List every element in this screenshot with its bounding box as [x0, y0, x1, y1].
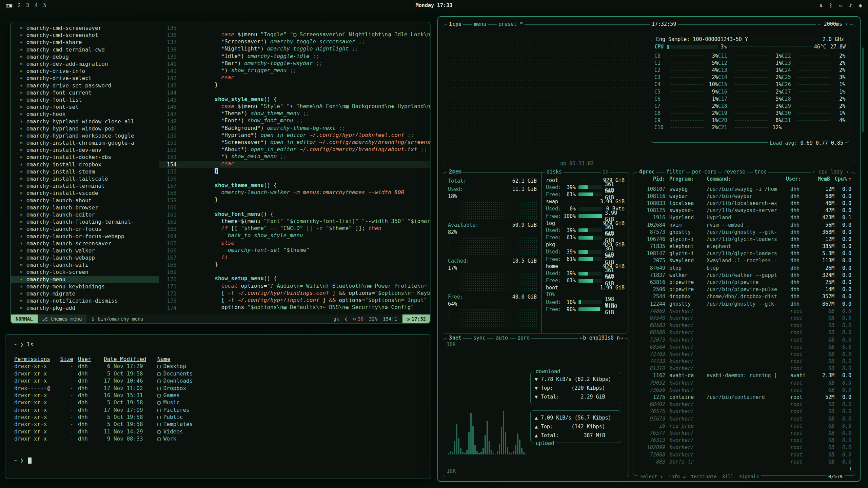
dir-entry[interactable]: ▢ Work — [157, 435, 176, 442]
file-item[interactable]: ∗ omarchy-launch-webapp — [11, 254, 159, 261]
process-row[interactable]: 68584 kworker/ root 0B 0.0 — [633, 343, 855, 350]
workspace-overview-icon[interactable]: ◫ — [6, 2, 9, 8]
file-item[interactable]: ∗ omarchy-drive-select — [11, 75, 159, 82]
per-core-button[interactable]: per-core — [690, 169, 718, 175]
process-row[interactable]: 68586 kworker/ root 0B 0.0 — [633, 329, 855, 336]
volume-icon[interactable]: ♪ — [849, 2, 852, 8]
tree-button[interactable]: tree — [753, 169, 768, 175]
file-item[interactable]: ∗ omarchy-install-vscode — [11, 189, 159, 197]
file-item[interactable]: ∗ omarchy-launch-editor — [11, 211, 159, 218]
network-icon[interactable]: ⇅ — [820, 2, 823, 8]
file-item[interactable]: ∗ omarchy-menu-keybindings — [11, 283, 159, 290]
workspace-button[interactable]: 3 — [26, 2, 29, 8]
file-item[interactable]: ∗ omarchy-font-list — [11, 96, 159, 103]
power-icon[interactable]: ◉ — [859, 2, 862, 8]
col-program[interactable]: Program: — [669, 176, 705, 182]
process-row[interactable]: 108107 swaybg /usr/bin/swaybg -i /hom dh… — [633, 185, 855, 192]
file-item[interactable]: ∗ omarchy-migrate — [11, 290, 159, 297]
process-row[interactable]: 2075 Xwayland Xwayland :1 -rootless - dh… — [633, 257, 855, 264]
process-row[interactable]: 71837 walker /usr/bin/walker --gappl dhh… — [633, 271, 855, 279]
dir-entry[interactable]: ▢ Games — [157, 392, 180, 399]
process-row[interactable]: 79032 kworker/ root 0B 0.0 — [633, 379, 855, 386]
col-user[interactable]: User: — [786, 176, 808, 182]
process-row[interactable]: 68583 kworker/ root 0B 0.0 — [633, 322, 855, 329]
btop-window[interactable]: 1cpu menu preset * 17:32:59 - 2000ms + E… — [437, 16, 861, 482]
process-row[interactable]: 108147 glycin-i /usr/lib/glycin-loaders … — [633, 250, 855, 257]
dir-entry[interactable]: ▢ Desktop — [157, 363, 186, 369]
signals-button[interactable]: signals — [739, 474, 759, 479]
file-item[interactable]: ∗ omarchy-drive-set-password — [11, 82, 159, 89]
process-row[interactable]: 74869 kworker/ root 0B 0.0 — [633, 307, 855, 314]
file-item[interactable]: ∗ omarchy-launch-walker — [11, 247, 159, 254]
filter-button[interactable]: filter — [665, 169, 686, 175]
active-workspace-icon[interactable]: ▣ — [9, 2, 12, 8]
process-row[interactable]: 108116 waybar /usr/bin/waybar dhh 68M 0.… — [633, 192, 855, 200]
terminate-button[interactable]: terminate — [691, 474, 717, 479]
process-row[interactable]: 1162 avahi-da avahi-daemon: running [ av… — [633, 372, 855, 379]
process-row[interactable]: 2506 pipewire /usr/bin/pipewire-pulse dh… — [633, 286, 855, 293]
file-item[interactable]: ∗ omarchy-hook — [11, 110, 159, 118]
process-row[interactable]: 95673 kworker/ root 0B 0.0 — [633, 415, 855, 422]
process-row[interactable]: 74733 kworker/ root 0B 0.0 — [633, 358, 855, 365]
process-row[interactable]: 108125 swayosd- /usr/lib/swayosd-server … — [633, 207, 855, 214]
process-row[interactable]: 16 rcu_pree root 0B 0.0 — [633, 422, 855, 429]
file-item[interactable]: ∗ omarchy-cmd-share — [11, 39, 159, 46]
process-row[interactable]: 72088 kworker/ root 0B 0.0 — [633, 451, 855, 458]
file-item[interactable]: ∗ omarchy-launch-about — [11, 197, 159, 204]
process-row[interactable]: 76577 kworker/ root 0B 0.0 — [633, 429, 855, 436]
preset-button[interactable]: preset * — [497, 21, 525, 27]
process-row[interactable]: 102684 nvim nvim --embed . dhh 56M 0.0 — [633, 221, 855, 228]
file-item[interactable]: ∗ omarchy-pkg-add — [11, 304, 159, 311]
file-item[interactable]: ∗ omarchy-font-current — [11, 89, 159, 96]
col-pid[interactable]: Pid: — [637, 176, 665, 182]
sync-button[interactable]: sync — [472, 335, 487, 341]
process-row[interactable]: 94540 kworker/ root 0B 0.0 — [633, 314, 855, 322]
file-item[interactable]: ∗ omarchy-hyprland-window-close-all — [11, 118, 159, 125]
file-item[interactable]: ∗ omarchy-install-dropbox — [11, 161, 159, 168]
auto-button[interactable]: auto — [494, 335, 510, 341]
workspace-button[interactable]: 2 — [18, 2, 21, 8]
dir-entry[interactable]: ▢ Documents — [157, 370, 193, 377]
col-command[interactable]: Command: — [707, 176, 786, 182]
file-item[interactable]: ∗ omarchy-cmd-screensaver — [11, 24, 159, 32]
sort-arrow-icon[interactable]: ↑ — [848, 176, 851, 182]
dir-entry[interactable]: ▢ Public — [157, 414, 183, 420]
process-row[interactable]: 76575 kworker/ root 0B 0.0 — [633, 408, 855, 415]
dir-entry[interactable]: ▢ Pictures — [157, 407, 190, 413]
prompt-line[interactable]: ~ ❯ — [14, 457, 431, 464]
file-item[interactable]: ∗ omarchy-install-steam — [11, 168, 159, 175]
menu-button[interactable]: menu — [472, 21, 488, 27]
file-item[interactable]: ∗ omarchy-launch-screensaver — [11, 240, 159, 247]
file-item[interactable]: ∗ omarchy-hyprland-workspace-toggle — [11, 132, 159, 139]
file-item[interactable]: ∗ omarchy-launch-floating-terminal- — [11, 218, 159, 225]
file-item[interactable]: ∗ omarchy-install-docker-dbs — [11, 154, 159, 161]
sort-column-selector[interactable]: ‹ cpu lazy › — [811, 169, 851, 175]
workspace-button[interactable]: 5 — [43, 2, 46, 8]
process-row[interactable]: 76313 kworker/ root 0B 0.0 — [633, 437, 855, 444]
file-item[interactable]: ∗ omarchy-install-chromium-google-a — [11, 139, 159, 146]
file-item[interactable]: ∗ omarchy-debug — [11, 53, 159, 60]
process-row[interactable]: 1275 containe /usr/bin/containerd root 5… — [633, 393, 855, 401]
process-row[interactable]: 12244 ghostty /usr/bin/ghostty --gtk- dh… — [633, 300, 855, 307]
file-item[interactable]: ∗ omarchy-cmd-terminal-cwd — [11, 46, 159, 53]
kill-button[interactable]: kill — [722, 474, 734, 479]
dir-entry[interactable]: ▢ Downloads — [157, 378, 193, 384]
zero-button[interactable]: zero — [516, 335, 531, 341]
file-item[interactable]: ∗ omarchy-menu — [11, 276, 159, 283]
process-row[interactable]: 73703 kworker/ root 0B 0.0 — [633, 350, 855, 358]
file-item[interactable]: ∗ omarchy-launch-wifi — [11, 261, 159, 268]
process-row[interactable]: 72073 kworker/ root 0B 0.0 — [633, 336, 855, 343]
display-icon[interactable]: ▭ — [839, 2, 842, 8]
process-row[interactable]: 87649 btop btop dhh 26M 0.0 — [633, 264, 855, 271]
dir-entry[interactable]: ▢ Videos — [157, 428, 183, 435]
file-item[interactable]: ∗ omarchy-hyprland-window-pop — [11, 125, 159, 132]
interface-selector[interactable]: ←b enp191s0 n→ — [578, 335, 625, 341]
file-item[interactable]: ∗ omarchy-install-dev-env — [11, 146, 159, 154]
file-item[interactable]: ∗ omarchy-launch-browser — [11, 204, 159, 211]
update-interval[interactable]: - 2000ms + — [816, 21, 850, 27]
process-row[interactable]: 108033 localsea /usr/lib/localsearch-ex … — [633, 200, 855, 207]
file-item[interactable]: ∗ omarchy-launch-or-focus-webapp — [11, 232, 159, 240]
workspace-button[interactable]: 4 — [35, 2, 38, 8]
col-cpu[interactable]: Cpu% — [830, 176, 847, 182]
process-row[interactable]: 81310 kworker/ root 0B 0.0 — [633, 365, 855, 372]
